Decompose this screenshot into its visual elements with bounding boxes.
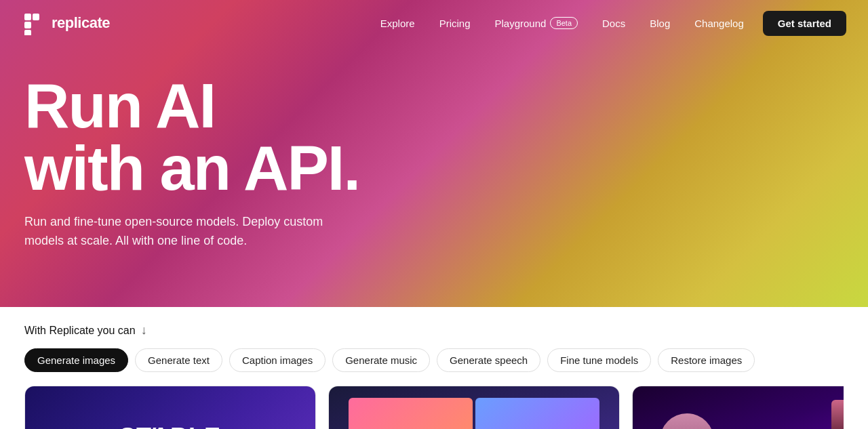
model-card-playground[interactable]: playgrounda / v2.5-1024p — [632, 386, 844, 429]
nav-blog[interactable]: Blog — [639, 12, 681, 35]
logo-text: replicate — [52, 14, 110, 32]
filter-pills: Generate images Generate text Caption im… — [24, 348, 844, 372]
navbar: replicate Explore Pricing Playground Bet… — [0, 0, 868, 46]
nav-explore[interactable]: Explore — [370, 12, 426, 35]
pg-figure — [660, 413, 714, 429]
pg-artwork-2 — [831, 400, 844, 429]
pill-generate-images[interactable]: Generate images — [24, 348, 128, 372]
get-started-button[interactable]: Get started — [763, 11, 846, 36]
beta-badge: Beta — [550, 17, 578, 29]
pill-generate-music[interactable]: Generate music — [332, 348, 430, 372]
pill-caption-images[interactable]: Caption images — [229, 348, 326, 372]
svg-rect-1 — [24, 22, 31, 28]
card-image-bytedance — [329, 386, 619, 429]
model-card-stable-diffusion[interactable]: STΆBLE DIFFUSION S stability-ai / stable… — [24, 386, 316, 429]
model-card-bytedance[interactable]: bytedance / sdxl-lightning-4step — [328, 386, 620, 429]
nav-links: Explore Pricing Playground Beta Docs Blo… — [370, 11, 846, 36]
grid-cell-1 — [349, 398, 473, 430]
pill-restore-images[interactable]: Restore images — [658, 348, 755, 372]
hero-subtitle: Run and fine-tune open-source models. De… — [24, 213, 363, 251]
card-image-playground — [633, 386, 844, 429]
svg-rect-0 — [24, 14, 31, 20]
nav-docs[interactable]: Docs — [591, 12, 636, 35]
grid-cell-2 — [475, 398, 599, 430]
bytedance-grid — [343, 392, 604, 430]
pill-fine-tune-models[interactable]: Fine tune models — [547, 348, 651, 372]
sd-img-title: STΆBLE — [119, 423, 221, 429]
card-image-sd: STΆBLE DIFFUSION — [25, 386, 315, 429]
intro-text: With Replicate you can — [24, 325, 136, 337]
svg-rect-2 — [24, 30, 31, 35]
nav-playground[interactable]: Playground Beta — [484, 12, 589, 35]
arrow-icon: ↓ — [141, 323, 147, 338]
pill-generate-text[interactable]: Generate text — [135, 348, 222, 372]
svg-rect-3 — [33, 14, 39, 20]
logo[interactable]: replicate — [22, 11, 110, 35]
model-cards-row: STΆBLE DIFFUSION S stability-ai / stable… — [24, 386, 844, 429]
nav-pricing[interactable]: Pricing — [429, 12, 481, 35]
nav-changelog[interactable]: Changelog — [684, 12, 755, 35]
with-replicate-row: With Replicate you can ↓ — [24, 323, 844, 338]
cards-section: With Replicate you can ↓ Generate images… — [0, 307, 868, 429]
hero-title: Run AI with an API. — [24, 75, 844, 199]
pill-generate-speech[interactable]: Generate speech — [437, 348, 540, 372]
